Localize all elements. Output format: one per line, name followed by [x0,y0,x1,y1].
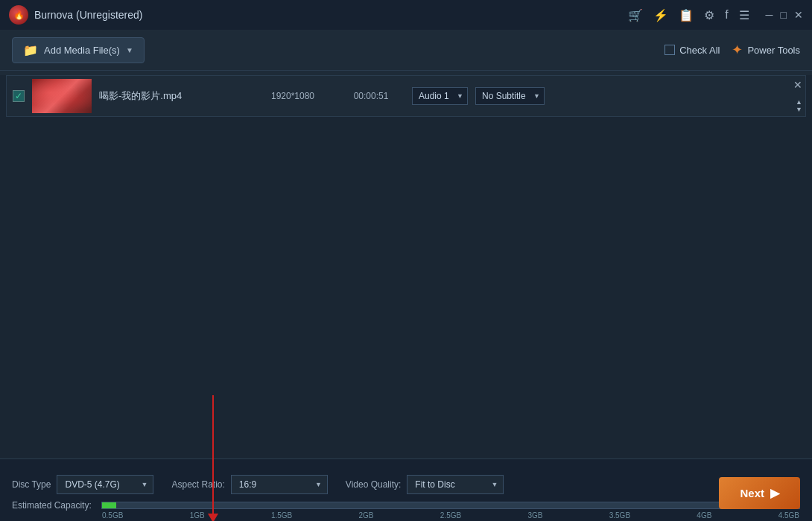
red-arrow-icon [212,395,214,521]
bottom-controls: Disc Type DVD-5 (4.7G) DVD-9 (8.5G) ▼ As… [12,475,800,494]
video-quality-label: Video Quality: [346,479,402,490]
add-media-icon: 📁 [23,43,38,57]
tick-8: 4.5GB [778,511,799,520]
tick-1: 1GB [190,511,205,520]
subtitle-select[interactable]: No Subtitle [475,87,545,105]
capacity-label: Estimated Capacity: [12,500,94,511]
check-mark-icon: ✓ [15,91,22,101]
tick-2: 1.5GB [271,511,292,520]
audio-select[interactable]: Audio 1 [412,87,468,105]
next-label: Next [740,487,764,499]
power-tools-icon: ✦ [732,42,743,58]
file-move-up-button[interactable]: ▲ [796,99,802,106]
file-duration: 00:00:51 [337,91,405,101]
title-bar-icons: 🛒 ⚡ 📋 ⚙ f ☰ ─ □ ✕ [628,8,803,22]
app-title: Burnova (Unregistered) [34,9,143,21]
add-media-label: Add Media File(s) [44,45,120,56]
audio-select-wrapper: Audio 1 ▼ [412,87,468,105]
add-media-button[interactable]: 📁 Add Media File(s) ▼ [12,37,145,63]
check-all-control[interactable]: Check All [664,45,720,56]
title-bar: 🔥 Burnova (Unregistered) 🛒 ⚡ 📋 ⚙ f ☰ ─ □… [0,0,812,30]
power-tools-label: Power Tools [747,45,800,56]
aspect-ratio-select[interactable]: 16:9 4:3 [231,475,328,494]
power-tools-button[interactable]: ✦ Power Tools [732,42,800,58]
tick-6: 3.5GB [609,511,630,520]
capacity-ticks: 0.5GB 1GB 1.5GB 2GB 2.5GB 3GB 3.5GB 4GB … [102,511,799,520]
disc-type-group: Disc Type DVD-5 (4.7G) DVD-9 (8.5G) ▼ [12,475,153,494]
file-checkbox[interactable]: ✓ [13,90,25,102]
capacity-bar-fill [102,502,116,508]
document-icon[interactable]: 📋 [679,8,694,22]
cart-icon[interactable]: 🛒 [628,8,643,22]
file-name: 喝影-我的影片.mp4 [99,89,248,103]
tick-5: 3GB [527,511,542,520]
tick-0: 0.5GB [102,511,123,520]
subtitle-select-wrapper: No Subtitle ▼ [475,87,545,105]
arrow-annotation [212,395,214,521]
file-row: ✓ 喝影-我的影片.mp4 1920*1080 00:00:51 Audio 1… [6,75,806,117]
toolbar: 📁 Add Media File(s) ▼ Check All ✦ Power … [0,30,812,71]
capacity-row: Estimated Capacity: 0.5GB 1GB 1.5GB 2GB … [12,500,800,511]
aspect-ratio-label: Aspect Ratio: [171,479,224,490]
disc-type-select[interactable]: DVD-5 (4.7G) DVD-9 (8.5G) [57,475,153,494]
dropdown-arrow-icon: ▼ [126,46,133,54]
file-remove-button[interactable]: ✕ [793,79,802,91]
tick-4: 2.5GB [440,511,461,520]
settings-icon[interactable]: ⚙ [704,8,714,22]
tick-7: 4GB [697,511,711,520]
close-button[interactable]: ✕ [794,9,803,21]
disc-type-label: Disc Type [12,479,51,490]
next-button[interactable]: Next ▶ [719,477,800,509]
check-all-label: Check All [679,45,720,56]
aspect-ratio-select-wrapper: 16:9 4:3 ▼ [231,475,328,494]
video-quality-select[interactable]: Fit to Disc High Quality [407,475,504,494]
main-content: ✓ 喝影-我的影片.mp4 1920*1080 00:00:51 Audio 1… [0,75,812,458]
lightning-icon[interactable]: ⚡ [653,8,668,22]
tick-3: 2GB [359,511,374,520]
capacity-bar: 0.5GB 1GB 1.5GB 2GB 2.5GB 3GB 3.5GB 4GB … [101,502,800,509]
video-quality-group: Video Quality: Fit to Disc High Quality … [346,475,504,494]
minimize-button[interactable]: ─ [766,9,773,21]
file-move-down-button[interactable]: ▼ [796,106,802,113]
file-reorder-arrows: ▲ ▼ [796,99,802,113]
bottom-bar: Disc Type DVD-5 (4.7G) DVD-9 (8.5G) ▼ As… [0,458,812,521]
window-controls: ─ □ ✕ [766,9,803,21]
file-thumbnail [32,79,92,113]
check-all-checkbox[interactable] [664,45,675,55]
title-bar-left: 🔥 Burnova (Unregistered) [9,5,143,25]
toolbar-right: Check All ✦ Power Tools [664,42,800,58]
restore-button[interactable]: □ [781,9,787,21]
menu-icon[interactable]: ☰ [739,8,749,22]
facebook-icon[interactable]: f [725,8,728,22]
file-resolution: 1920*1080 [256,91,330,101]
video-quality-select-wrapper: Fit to Disc High Quality ▼ [407,475,504,494]
disc-type-select-wrapper: DVD-5 (4.7G) DVD-9 (8.5G) ▼ [57,475,153,494]
aspect-ratio-group: Aspect Ratio: 16:9 4:3 ▼ [171,475,327,494]
app-logo: 🔥 [9,5,28,25]
next-arrow-icon: ▶ [770,486,779,500]
